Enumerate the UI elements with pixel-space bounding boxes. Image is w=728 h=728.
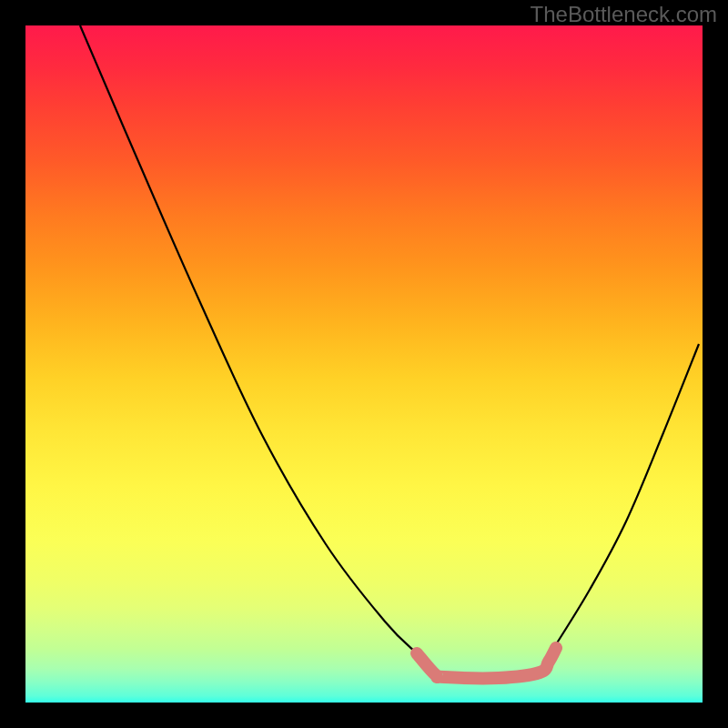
curve-group [80,25,699,678]
left-descending-curve [80,25,417,653]
right-ascending-curve [553,344,699,649]
chart-stage: TheBottleneck.com [0,0,728,728]
optimal-band-highlight [417,648,556,678]
curve-overlay [0,0,728,728]
